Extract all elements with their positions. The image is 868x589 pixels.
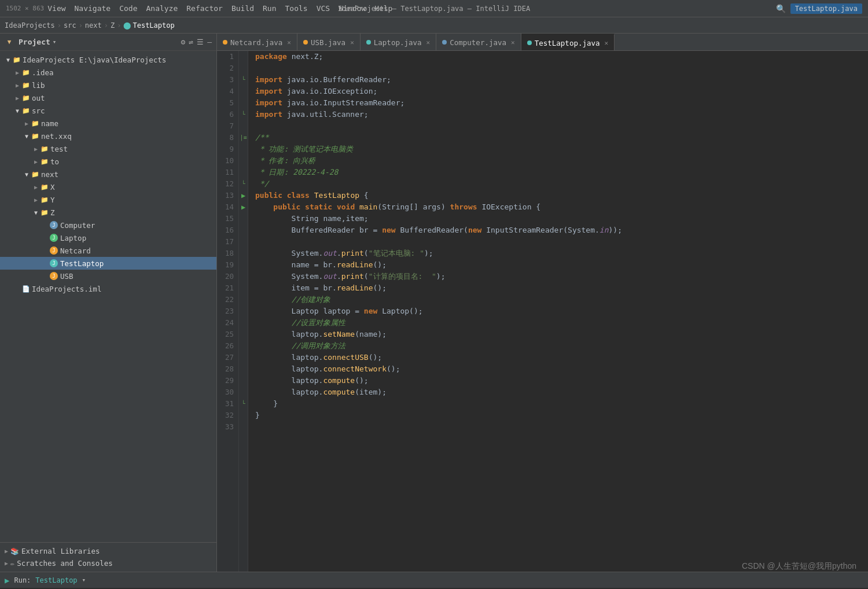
line-num-11: 11 — [219, 167, 234, 178]
tree-item-Netcard[interactable]: JNetcard — [0, 244, 216, 257]
run-arrow[interactable]: ▶ — [241, 190, 245, 201]
tree-arrow-src: ▼ — [14, 107, 21, 114]
code-line-18: System.out.print("笔记本电脑: "); — [255, 248, 861, 259]
scratches-item[interactable]: ▶ ✏ Scratches and Consoles — [5, 557, 212, 569]
tree-item-idea[interactable]: ▶📁.idea — [0, 66, 216, 79]
menu-item-run[interactable]: Run — [263, 4, 276, 13]
tab-laptop[interactable]: Laptop.java✕ — [361, 34, 436, 51]
menu-item-code[interactable]: Code — [119, 4, 137, 13]
tree-item-Computer[interactable]: JComputer — [0, 219, 216, 231]
tree-item-USB[interactable]: JUSB — [0, 270, 216, 282]
breadcrumb: IdeaProjects › src › next › Z › ⬤TestLap… — [0, 17, 868, 34]
tree-arrow-ideaprojects: ▼ — [5, 56, 12, 63]
tree-item-src[interactable]: ▼📁src — [0, 104, 216, 117]
tab-close-laptop[interactable]: ✕ — [426, 39, 431, 46]
tab-close-testlaptop[interactable]: ✕ — [605, 39, 609, 47]
gear-icon[interactable]: ☰ — [197, 38, 204, 46]
code-editor[interactable]: 1234567891011121314151617181920212223242… — [217, 51, 868, 572]
tree-item-to[interactable]: ▶📁to — [0, 155, 216, 168]
sidebar-header: ▼ Project ▾ ⚙ ⇌ ☰ — — [0, 34, 216, 51]
tree-arrow-net.xxq: ▼ — [23, 132, 30, 139]
gutter-10 — [239, 155, 248, 167]
tab-computer[interactable]: Computer.java✕ — [436, 34, 521, 51]
gutter-12: └ — [239, 178, 248, 190]
tree-label-Netcard: Netcard — [60, 246, 91, 255]
gutter-13: ▶ — [239, 190, 248, 201]
menu-item-analyze[interactable]: Analyze — [146, 4, 178, 13]
tree-arrow-lib: ▶ — [14, 82, 21, 89]
gutter-8: |≡ — [239, 132, 248, 143]
gutter-9 — [239, 143, 248, 155]
external-libraries-item[interactable]: ▶ 📚 External Libraries — [5, 545, 212, 557]
gutter-21 — [239, 282, 248, 294]
fold-indicator[interactable]: |≡ — [240, 132, 247, 143]
menu-item-vcs[interactable]: VCS — [317, 4, 330, 13]
tab-testlaptop[interactable]: TestLaptop.java✕ — [521, 34, 615, 51]
tree-item-next[interactable]: ▼📁next — [0, 168, 216, 181]
gutter-2 — [239, 62, 248, 74]
gutter-19 — [239, 259, 248, 271]
sync-icon[interactable]: ⇌ — [189, 38, 193, 46]
menu-item-navigate[interactable]: Navigate — [75, 4, 111, 13]
menu-item-refactor[interactable]: Refactor — [186, 4, 223, 13]
tab-netcard[interactable]: Netcard.java✕ — [217, 34, 297, 51]
tree-label-USB: USB — [60, 272, 73, 281]
tree-label-src: src — [32, 106, 45, 115]
dropdown-icon[interactable]: ▾ — [53, 38, 57, 46]
tree-label-Laptop: Laptop — [60, 234, 86, 242]
tree-item-out[interactable]: ▶📁out — [0, 91, 216, 104]
settings-icon[interactable]: ⚙ — [181, 38, 186, 46]
minimize-icon[interactable]: — — [207, 38, 212, 46]
tab-close-netcard[interactable]: ✕ — [287, 39, 291, 46]
code-line-16: BufferedReader br = new BufferedReader(n… — [255, 224, 861, 236]
tab-usb[interactable]: USB.java✕ — [297, 34, 361, 51]
breadcrumb-item-1[interactable]: src — [64, 21, 76, 30]
tree-item-lib[interactable]: ▶📁lib — [0, 79, 216, 91]
tree-item-TestLaptop[interactable]: JTestLaptop — [0, 257, 216, 270]
line-num-17: 17 — [219, 236, 234, 248]
tree-item-test[interactable]: ▶📁test — [0, 142, 216, 155]
line-num-2: 2 — [219, 62, 234, 74]
tree-item-IdeaProjects.iml[interactable]: 📄IdeaProjects.iml — [0, 282, 216, 295]
fold-end-indicator: └ — [241, 398, 245, 410]
code-line-2 — [255, 62, 861, 74]
menu-item-tools[interactable]: Tools — [285, 4, 308, 13]
breadcrumb-item-0[interactable]: IdeaProjects — [5, 21, 55, 30]
line-num-22: 22 — [219, 294, 234, 305]
line-num-19: 19 — [219, 259, 234, 271]
search-icon[interactable]: 🔍 — [776, 4, 786, 13]
code-line-24: //设置对象属性 — [255, 317, 861, 329]
tree-item-net.xxq[interactable]: ▼📁net.xxq — [0, 130, 216, 142]
gutter-4 — [239, 86, 248, 97]
breadcrumb-item-4[interactable]: ⬤TestLaptop — [123, 21, 174, 30]
tree-item-Laptop[interactable]: JLaptop — [0, 231, 216, 244]
tree-label-lib: lib — [32, 81, 45, 90]
menu-item-build[interactable]: Build — [231, 4, 254, 13]
menu-item-view[interactable]: View — [47, 4, 65, 13]
tree-item-ideaprojects[interactable]: ▼📁IdeaProjects E:\java\IdeaProjects — [0, 53, 216, 66]
gutter-11 — [239, 167, 248, 178]
line-num-5: 5 — [219, 97, 234, 109]
line-num-9: 9 — [219, 143, 234, 155]
breadcrumb-item-3[interactable]: Z — [111, 21, 115, 30]
code-line-27: laptop.connectUSB(); — [255, 352, 861, 363]
tree-item-name[interactable]: ▶📁name — [0, 117, 216, 130]
code-line-32: } — [255, 410, 861, 421]
tab-close-usb[interactable]: ✕ — [350, 39, 354, 46]
code-line-5: import java.io.InputStreamReader; — [255, 97, 861, 109]
run-arrow[interactable]: ▶ — [241, 201, 245, 213]
tab-close-computer[interactable]: ✕ — [511, 39, 515, 46]
breadcrumb-item-2[interactable]: next — [85, 21, 102, 30]
tree-item-Y[interactable]: ▶📁Y — [0, 193, 216, 206]
tree-arrow-to: ▶ — [32, 158, 39, 165]
tree-label-TestLaptop: TestLaptop — [60, 259, 104, 268]
run-dropdown[interactable]: ▾ — [82, 576, 86, 584]
gutter-7 — [239, 120, 248, 132]
tab-dot-laptop — [366, 40, 371, 45]
tree-label-Y: Y — [50, 196, 55, 204]
code-line-6: import java.util.Scanner; — [255, 109, 861, 120]
line-num-3: 3 — [219, 74, 234, 86]
tree-item-Z[interactable]: ▼📁Z — [0, 206, 216, 219]
tree-item-X[interactable]: ▶📁X — [0, 181, 216, 193]
code-content[interactable]: package next.Z; import java.io.BufferedR… — [248, 51, 868, 572]
